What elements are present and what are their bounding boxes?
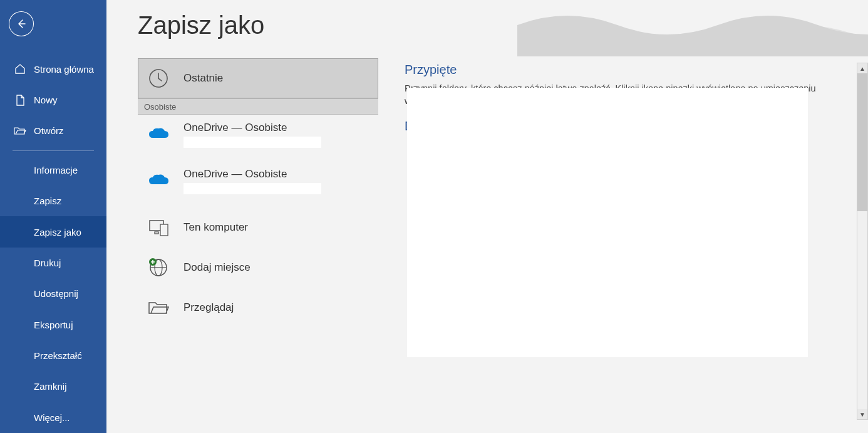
group-header-personal: Osobiste (138, 98, 378, 115)
clock-icon (146, 66, 171, 91)
main-panel: Zapisz jako Ostatnie Osobiste OneDrive —… (106, 0, 868, 433)
details-column: Przypięte Przypnij foldery, które chcesz… (382, 0, 868, 433)
location-account-redacted (183, 183, 321, 194)
sidebar-item-info[interactable]: Informacje (0, 155, 106, 185)
sidebar-item-label: Przekształć (34, 350, 82, 361)
sidebar-item-label: Strona główna (34, 64, 94, 75)
sidebar-item-label: Zamknij (34, 381, 67, 392)
sidebar-item-home[interactable]: Strona główna (0, 54, 106, 85)
folder-open-icon (14, 125, 26, 137)
sidebar-item-print[interactable]: Drukuj (0, 248, 106, 278)
location-label: Przeglądaj (183, 301, 234, 314)
sidebar-item-label: Zapisz jako (34, 227, 81, 237)
sidebar-item-label: Informacje (34, 165, 78, 175)
vertical-scrollbar[interactable]: ▲ ▼ (857, 63, 868, 420)
location-onedrive-1[interactable]: OneDrive — Osobiste (138, 115, 378, 161)
sidebar-item-label: Drukuj (34, 258, 61, 268)
sidebar-item-label: Otwórz (34, 125, 64, 136)
sidebar-item-saveas[interactable]: Zapisz jako (0, 216, 106, 247)
location-recent[interactable]: Ostatnie (138, 58, 378, 98)
location-label: OneDrive — Osobiste (183, 168, 321, 180)
add-place-icon (146, 255, 171, 280)
location-add-place[interactable]: Dodaj miejsce (138, 248, 378, 288)
location-label: Ostatnie (183, 72, 223, 85)
document-icon (14, 94, 26, 107)
location-this-pc[interactable]: Ten komputer (138, 207, 378, 248)
sidebar-item-new[interactable]: Nowy (0, 85, 106, 115)
sidebar-item-more[interactable]: Więcej... (0, 402, 106, 433)
onedrive-icon (146, 168, 171, 193)
location-onedrive-2[interactable]: OneDrive — Osobiste (138, 161, 378, 207)
scroll-down-button[interactable]: ▼ (857, 409, 867, 419)
sidebar-separator (13, 150, 94, 151)
scroll-up-button[interactable]: ▲ (857, 63, 867, 73)
scrollbar-track[interactable] (857, 211, 867, 409)
sidebar-item-label: Udostępnij (34, 288, 78, 299)
page-title: Zapisz jako (138, 11, 382, 39)
locations-column: Zapisz jako Ostatnie Osobiste OneDrive —… (106, 0, 382, 433)
back-button[interactable] (9, 11, 34, 36)
sidebar-item-label: Nowy (34, 95, 58, 105)
content-overlay (407, 88, 808, 357)
back-arrow-icon (15, 18, 28, 30)
sidebar-item-open[interactable]: Otwórz (0, 115, 106, 146)
scrollbar-thumb[interactable] (857, 73, 867, 211)
location-list: Ostatnie Osobiste OneDrive — Osobiste (138, 58, 378, 328)
app-root: Strona główna Nowy Otwórz Informacje Zap… (0, 0, 868, 433)
pinned-section-title: Przypięte (405, 63, 843, 77)
folder-icon (146, 295, 171, 320)
sidebar-item-transform[interactable]: Przekształć (0, 340, 106, 371)
sidebar-item-share[interactable]: Udostępnij (0, 278, 106, 309)
location-label: Dodaj miejsce (183, 261, 251, 274)
svg-rect-2 (155, 232, 158, 234)
location-label: OneDrive — Osobiste (183, 122, 321, 134)
onedrive-icon (146, 122, 171, 147)
sidebar-item-label: Zapisz (34, 196, 61, 206)
location-browse[interactable]: Przeglądaj (138, 288, 378, 328)
sidebar-item-label: Więcej... (34, 412, 70, 423)
computer-icon (146, 215, 171, 240)
sidebar-item-save[interactable]: Zapisz (0, 185, 106, 216)
svg-rect-3 (160, 224, 168, 236)
location-label: Ten komputer (183, 221, 248, 234)
backstage-sidebar: Strona główna Nowy Otwórz Informacje Zap… (0, 0, 106, 433)
sidebar-item-export[interactable]: Eksportuj (0, 310, 106, 340)
home-icon (14, 63, 26, 75)
sidebar-item-close[interactable]: Zamknij (0, 371, 106, 402)
sidebar-item-label: Eksportuj (34, 320, 73, 330)
location-account-redacted (183, 137, 321, 148)
